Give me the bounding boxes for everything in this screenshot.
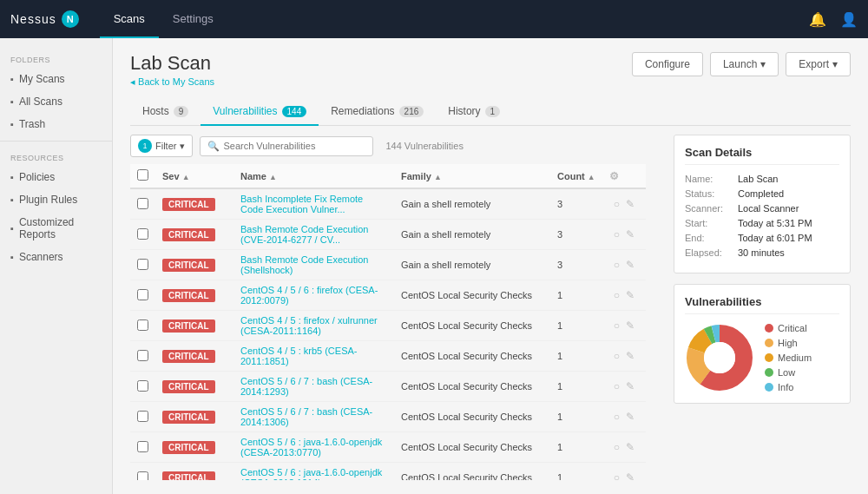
tab-hosts[interactable]: Hosts 9 bbox=[130, 98, 201, 126]
row-family: CentOS Local Security Checks bbox=[394, 432, 550, 463]
launch-chevron-icon: ▾ bbox=[760, 58, 766, 70]
search-box[interactable]: 🔍 bbox=[200, 136, 373, 156]
edit-icon[interactable]: ✎ bbox=[626, 380, 635, 392]
sidebar-item-my-scans[interactable]: ▪ My Scans bbox=[0, 68, 112, 90]
tab-history-badge: 1 bbox=[485, 106, 501, 117]
row-name[interactable]: CentOS 5 / 6 / 7 : bash (CESA-2014:1293) bbox=[233, 372, 394, 402]
row-checkbox[interactable] bbox=[137, 380, 148, 392]
col-header-sev[interactable]: Sev ▲ bbox=[155, 164, 233, 188]
bell-icon[interactable]: 🔔 bbox=[809, 11, 826, 28]
sidebar-item-trash[interactable]: ▪ Trash bbox=[0, 113, 112, 135]
row-count: 3 bbox=[550, 220, 602, 250]
check-icon[interactable]: ○ bbox=[614, 441, 620, 453]
tab-remediations[interactable]: Remediations 216 bbox=[319, 98, 436, 126]
row-checkbox[interactable] bbox=[137, 471, 148, 481]
check-icon[interactable]: ○ bbox=[614, 259, 620, 271]
search-input[interactable] bbox=[223, 141, 365, 151]
sidebar-item-label-all-scans: All Scans bbox=[19, 96, 62, 108]
edit-icon[interactable]: ✎ bbox=[626, 228, 635, 240]
sev-badge: CRITICAL bbox=[162, 259, 215, 272]
row-sev: CRITICAL bbox=[155, 220, 233, 250]
vulnerabilities-table: Sev ▲ Name ▲ Family ▲ bbox=[130, 164, 646, 480]
row-count: 3 bbox=[550, 250, 602, 280]
configure-button[interactable]: Configure bbox=[632, 52, 703, 76]
row-name[interactable]: CentOS 5 / 6 / 7 : bash (CESA-2014:1306) bbox=[233, 402, 394, 432]
page-title-section: Lab Scan ◂ Back to My Scans bbox=[130, 52, 214, 88]
edit-icon[interactable]: ✎ bbox=[626, 259, 635, 271]
row-family: Gain a shell remotely bbox=[394, 220, 550, 250]
col-header-family[interactable]: Family ▲ bbox=[394, 164, 550, 188]
select-all-checkbox[interactable] bbox=[137, 169, 148, 181]
sev-badge: CRITICAL bbox=[162, 319, 215, 333]
tab-vulnerabilities[interactable]: Vulnerabilities 144 bbox=[201, 98, 319, 126]
export-button[interactable]: Export ▾ bbox=[786, 52, 851, 76]
sidebar-item-customized-reports[interactable]: ▪ Customized Reports bbox=[0, 211, 112, 246]
check-icon[interactable]: ○ bbox=[614, 198, 620, 210]
sidebar-item-scanners[interactable]: ▪ Scanners bbox=[0, 246, 112, 268]
check-icon[interactable]: ○ bbox=[614, 228, 620, 240]
user-icon[interactable]: 👤 bbox=[840, 11, 858, 28]
row-name[interactable]: Bash Remote Code Execution (Shellshock) bbox=[233, 250, 394, 280]
edit-icon[interactable]: ✎ bbox=[626, 289, 635, 301]
detail-label: Status: bbox=[685, 188, 733, 199]
detail-label: Start: bbox=[685, 218, 733, 228]
row-name[interactable]: CentOS 4 / 5 : firefox / xulrunner (CESA… bbox=[233, 311, 394, 341]
row-name[interactable]: Bash Incomplete Fix Remote Code Executio… bbox=[233, 188, 394, 220]
row-checkbox[interactable] bbox=[137, 289, 148, 300]
row-checkbox[interactable] bbox=[137, 228, 148, 240]
gear-icon[interactable]: ⚙ bbox=[609, 170, 619, 182]
check-icon[interactable]: ○ bbox=[614, 411, 620, 423]
back-link[interactable]: ◂ Back to My Scans bbox=[130, 76, 214, 88]
row-count: 1 bbox=[550, 463, 602, 481]
svg-point-6 bbox=[704, 342, 735, 373]
edit-icon[interactable]: ✎ bbox=[626, 350, 635, 362]
edit-icon[interactable]: ✎ bbox=[626, 319, 635, 332]
sidebar-item-label-plugin-rules: Plugin Rules bbox=[19, 194, 77, 206]
row-family: CentOS Local Security Checks bbox=[394, 372, 550, 402]
col-header-name[interactable]: Name ▲ bbox=[233, 164, 394, 188]
launch-button[interactable]: Launch ▾ bbox=[710, 52, 779, 76]
row-checkbox[interactable] bbox=[137, 350, 148, 361]
sev-badge: CRITICAL bbox=[162, 441, 215, 454]
check-icon[interactable]: ○ bbox=[614, 471, 620, 480]
row-name[interactable]: CentOS 4 / 5 : krb5 (CESA-2011:1851) bbox=[233, 341, 394, 372]
filter-button[interactable]: 1 Filter ▾ bbox=[130, 135, 193, 157]
row-sev: CRITICAL bbox=[155, 372, 233, 402]
row-count: 1 bbox=[550, 402, 602, 432]
tab-vulns-badge: 144 bbox=[282, 106, 307, 117]
edit-icon[interactable]: ✎ bbox=[626, 471, 635, 480]
row-name[interactable]: Bash Remote Code Execution (CVE-2014-627… bbox=[233, 220, 394, 250]
row-checkbox[interactable] bbox=[137, 259, 148, 270]
nav-item-scans[interactable]: Scans bbox=[100, 0, 159, 38]
sidebar-divider bbox=[0, 141, 112, 142]
row-checkbox[interactable] bbox=[137, 411, 148, 422]
row-name[interactable]: CentOS 4 / 5 / 6 : firefox (CESA-2012:00… bbox=[233, 280, 394, 311]
check-icon[interactable]: ○ bbox=[614, 289, 620, 301]
table-row: CRITICAL CentOS 4 / 5 / 6 : firefox (CES… bbox=[130, 280, 646, 311]
sidebar-item-all-scans[interactable]: ▪ All Scans bbox=[0, 90, 112, 113]
legend-item: Low bbox=[765, 367, 812, 378]
legend-label: Low bbox=[778, 367, 795, 378]
sidebar-item-label-scanners: Scanners bbox=[19, 251, 63, 263]
col-header-count[interactable]: Count ▲ bbox=[550, 164, 602, 188]
row-checkbox[interactable] bbox=[137, 319, 148, 331]
row-name[interactable]: CentOS 5 / 6 : java-1.6.0-openjdk (CESA-… bbox=[233, 463, 394, 481]
nav-item-settings[interactable]: Settings bbox=[159, 0, 227, 38]
tab-history[interactable]: History 1 bbox=[436, 98, 512, 126]
edit-icon[interactable]: ✎ bbox=[626, 441, 635, 453]
detail-row: End:Today at 6:01 PM bbox=[685, 233, 839, 243]
sidebar-item-plugin-rules[interactable]: ▪ Plugin Rules bbox=[0, 188, 112, 211]
check-icon[interactable]: ○ bbox=[614, 319, 620, 332]
row-checkbox[interactable] bbox=[137, 198, 148, 209]
edit-icon[interactable]: ✎ bbox=[626, 411, 635, 423]
edit-icon[interactable]: ✎ bbox=[626, 198, 635, 210]
row-checkbox[interactable] bbox=[137, 441, 148, 452]
sidebar-item-policies[interactable]: ▪ Policies bbox=[0, 166, 112, 188]
export-label: Export bbox=[799, 58, 829, 70]
row-count: 1 bbox=[550, 432, 602, 463]
right-panel: Scan Details Name:Lab ScanStatus:Complet… bbox=[660, 135, 851, 480]
check-icon[interactable]: ○ bbox=[614, 350, 620, 362]
row-name[interactable]: CentOS 5 / 6 : java-1.6.0-openjdk (CESA-… bbox=[233, 432, 394, 463]
check-icon[interactable]: ○ bbox=[614, 380, 620, 392]
table-row: CRITICAL CentOS 5 / 6 : java-1.6.0-openj… bbox=[130, 432, 646, 463]
